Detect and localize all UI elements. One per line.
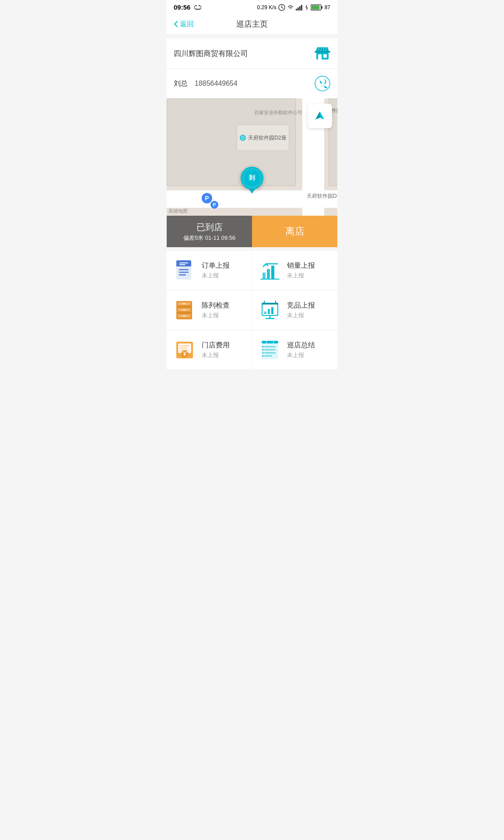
svg-rect-4 bbox=[298, 7, 299, 10]
pin-label: 到 bbox=[249, 174, 255, 182]
competitor-icon bbox=[260, 300, 280, 320]
svg-rect-53 bbox=[264, 312, 266, 314]
order-report-sub: 未上报 bbox=[202, 272, 230, 280]
menu-tour-summary[interactable]: 巡店总结 未上报 bbox=[252, 330, 337, 370]
navigate-button[interactable] bbox=[308, 104, 332, 128]
battery-level: 87 bbox=[325, 4, 330, 10]
store-expense-text: 门店费用 未上报 bbox=[202, 341, 230, 359]
battery-icon bbox=[311, 4, 323, 10]
arrived-sub: 偏差5米 01-11 09:56 bbox=[183, 234, 235, 242]
competitor-report-text: 竞品上报 未上报 bbox=[287, 301, 315, 319]
expense-icon-wrap: ¥ bbox=[174, 339, 196, 361]
pin-circle: 到 bbox=[241, 167, 263, 189]
tour-summary-text: 巡店总结 未上报 bbox=[287, 341, 315, 359]
svg-rect-65 bbox=[180, 345, 189, 346]
svg-rect-72 bbox=[264, 352, 276, 354]
company-name: 四川辉图商贸有限公司 bbox=[174, 49, 248, 59]
competitor-icon-wrap bbox=[259, 299, 281, 321]
svg-rect-50 bbox=[176, 312, 192, 313]
svg-point-74 bbox=[262, 346, 264, 348]
contact-phone: 18856449654 bbox=[195, 80, 238, 88]
display-check-title: 陈列检查 bbox=[202, 301, 230, 310]
competitor-report-sub: 未上报 bbox=[287, 312, 315, 319]
svg-point-77 bbox=[262, 355, 264, 357]
status-time: 09:56 bbox=[174, 4, 190, 11]
store-expense-sub: 未上报 bbox=[202, 351, 230, 359]
status-right: 0.29 K/s 87 bbox=[257, 4, 330, 11]
shop-icon bbox=[315, 46, 330, 61]
order-icon bbox=[175, 259, 195, 281]
menu-display-check[interactable]: 陈列检查 未上报 bbox=[167, 290, 252, 330]
svg-rect-70 bbox=[264, 346, 276, 347]
svg-rect-36 bbox=[271, 266, 274, 279]
svg-point-75 bbox=[262, 349, 264, 351]
svg-rect-14 bbox=[315, 51, 330, 52]
map-watermark: 高德地图 bbox=[168, 208, 188, 214]
order-icon-wrap bbox=[174, 259, 196, 281]
menu-sales-report[interactable]: 销量上报 未上报 bbox=[252, 251, 337, 290]
loop-icon bbox=[193, 4, 203, 10]
call-icon-wrap[interactable] bbox=[315, 76, 330, 91]
charge-icon bbox=[304, 4, 309, 10]
speed-indicator: 0.29 K/s bbox=[257, 4, 276, 10]
svg-rect-73 bbox=[264, 355, 272, 357]
signal-icon bbox=[296, 4, 303, 10]
clock-icon bbox=[278, 4, 285, 11]
menu-grid: 订单上报 未上报 销量上报 未上报 bbox=[167, 251, 337, 370]
display-icon bbox=[175, 300, 195, 320]
order-report-text: 订单上报 未上报 bbox=[202, 261, 230, 280]
tour-summary-title: 巡店总结 bbox=[287, 341, 315, 350]
back-button[interactable]: 返回 bbox=[174, 20, 194, 29]
svg-line-2 bbox=[282, 7, 283, 8]
store-icon bbox=[315, 46, 330, 61]
svg-rect-67 bbox=[180, 350, 189, 350]
company-section: 四川辉图商贸有限公司 bbox=[167, 38, 337, 69]
sales-report-text: 销量上报 未上报 bbox=[287, 261, 315, 280]
svg-rect-29 bbox=[179, 269, 189, 270]
svg-rect-28 bbox=[176, 265, 191, 266]
svg-rect-55 bbox=[271, 307, 273, 314]
contact-name: 刘总 bbox=[174, 79, 188, 88]
contact-info: 刘总 18856449654 bbox=[174, 79, 238, 88]
leave-button[interactable]: 离店 bbox=[252, 216, 337, 247]
sales-report-sub: 未上报 bbox=[287, 272, 315, 280]
pin-inner: 到 bbox=[244, 170, 260, 186]
svg-rect-30 bbox=[179, 272, 189, 273]
svg-marker-7 bbox=[305, 4, 308, 10]
svg-rect-13 bbox=[323, 54, 327, 58]
svg-rect-46 bbox=[182, 304, 186, 304]
display-check-text: 陈列检查 未上报 bbox=[202, 301, 230, 319]
building-name: 天府软件园D2座 bbox=[248, 134, 286, 142]
store-expense-title: 门店费用 bbox=[202, 341, 230, 350]
arrived-label: 已到店 bbox=[196, 221, 223, 233]
arrived-button[interactable]: 已到店 偏差5米 01-11 09:56 bbox=[167, 216, 252, 247]
map-area-label-2: 天府软件园D区 bbox=[307, 192, 337, 200]
menu-competitor-report[interactable]: 竞品上报 未上报 bbox=[252, 290, 337, 330]
sales-icon bbox=[260, 260, 280, 280]
summary-icon-wrap bbox=[259, 339, 281, 361]
page-header: 返回 巡店主页 bbox=[167, 14, 337, 35]
svg-rect-3 bbox=[296, 9, 297, 10]
menu-order-report[interactable]: 订单上报 未上报 bbox=[167, 251, 252, 290]
call-icon bbox=[315, 76, 330, 91]
sales-report-title: 销量上报 bbox=[287, 261, 315, 270]
expense-icon: ¥ bbox=[175, 340, 195, 360]
back-label: 返回 bbox=[180, 20, 194, 29]
back-arrow-icon bbox=[174, 21, 178, 28]
svg-text:D: D bbox=[242, 136, 245, 140]
menu-store-expense[interactable]: ¥ 门店费用 未上报 bbox=[167, 330, 252, 370]
status-bar: 09:56 0.29 K/s bbox=[167, 0, 337, 14]
leave-label: 离店 bbox=[285, 225, 304, 238]
svg-rect-71 bbox=[264, 349, 276, 350]
svg-rect-69 bbox=[262, 341, 278, 343]
location-pin: 到 bbox=[241, 167, 263, 194]
svg-rect-6 bbox=[301, 5, 302, 10]
summary-icon bbox=[260, 340, 280, 360]
svg-rect-12 bbox=[318, 54, 322, 60]
navigation-icon bbox=[314, 110, 326, 122]
contact-section: 刘总 18856449654 bbox=[167, 69, 337, 98]
svg-rect-34 bbox=[262, 273, 266, 279]
sales-icon-wrap bbox=[259, 259, 281, 281]
order-report-title: 订单上报 bbox=[202, 261, 230, 270]
competitor-report-title: 竞品上报 bbox=[287, 301, 315, 310]
